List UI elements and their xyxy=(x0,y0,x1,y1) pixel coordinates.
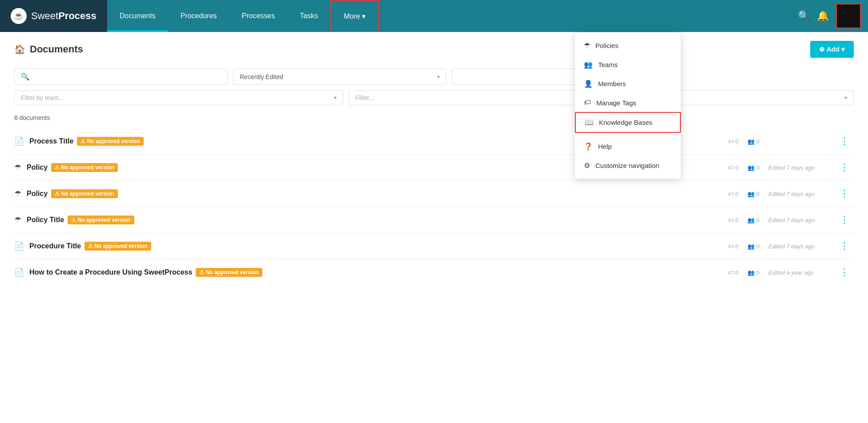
doc-name[interactable]: Policy xyxy=(27,164,48,172)
page-title-row: 🏠 Documents xyxy=(14,44,83,55)
sort-dropdown[interactable]: Recently Edited ▾ xyxy=(233,68,446,85)
status-badge: ⚠ No approved version xyxy=(196,268,262,277)
doc-meta: 🏷 0 👥 0 Edited 7 days ago xyxy=(728,191,831,197)
doc-type-icon: 📄 xyxy=(14,136,24,146)
table-row: ☂ Policy ⚠ No approved version 🏷 0 👥 0 E… xyxy=(14,155,854,181)
nav-links: Documents Procedures Processes Tasks Mor… xyxy=(107,0,791,32)
doc-edited: Edited 7 days ago xyxy=(768,191,831,197)
dropdown-item-manage-tags[interactable]: 🏷 Manage Tags xyxy=(575,93,681,112)
dropdown-item-teams[interactable]: 👥 Teams xyxy=(575,55,681,74)
tag-count: 🏷 0 xyxy=(728,191,739,197)
brand-name: SweetProcess xyxy=(31,10,96,22)
tag-count: 🏷 0 xyxy=(728,138,739,145)
knowledge-bases-icon: 📖 xyxy=(585,118,594,127)
member-count: 👥 0 xyxy=(747,243,760,250)
doc-edited: Edited 7 days ago xyxy=(768,243,831,250)
tag-count: 🏷 0 xyxy=(728,164,739,171)
tag-icon: 🏷 xyxy=(728,269,734,276)
doc-meta: 🏷 0 👥 0 Edited 7 days ago xyxy=(728,217,831,223)
more-dropdown-menu: ☂ Policies 👥 Teams 👤 Members 🏷 Manage Ta… xyxy=(575,32,681,179)
document-list: 📄 Process Title ⚠ No approved version 🏷 … xyxy=(14,128,854,285)
doc-more-button[interactable]: ⋮ xyxy=(836,240,854,252)
member-icon: 👥 xyxy=(747,243,755,250)
dropdown-item-members[interactable]: 👤 Members xyxy=(575,74,681,93)
doc-name[interactable]: Procedure Title xyxy=(29,242,81,250)
doc-edited: Edited 7 days ago xyxy=(768,217,831,223)
navbar: ☕ SweetProcess Documents Procedures Proc… xyxy=(0,0,868,32)
dropdown-item-help[interactable]: ❓ Help xyxy=(575,137,681,156)
doc-more-button[interactable]: ⋮ xyxy=(836,267,854,278)
dropdown-item-knowledge-bases[interactable]: 📖 Knowledge Bases xyxy=(575,112,681,133)
doc-type-icon: ☂ xyxy=(14,163,21,172)
nav-item-documents[interactable]: Documents xyxy=(107,0,168,32)
doc-more-button[interactable]: ⋮ xyxy=(836,162,854,173)
doc-meta: 🏷 0 👥 0 Edited a year ago xyxy=(728,269,831,276)
doc-name[interactable]: Policy xyxy=(27,190,48,198)
dropdown-item-customize-navigation[interactable]: ⚙ Customize navigation xyxy=(575,156,681,175)
table-row: 📄 Process Title ⚠ No approved version 🏷 … xyxy=(14,128,854,155)
avatar[interactable] xyxy=(836,4,861,28)
policies-icon: ☂ xyxy=(584,41,590,50)
doc-name[interactable]: Policy Title xyxy=(27,216,64,224)
doc-edited: Edited a year ago xyxy=(768,269,831,276)
status-badge: ⚠ No approved version xyxy=(51,163,118,172)
teams-icon: 👥 xyxy=(584,60,593,69)
tag-count: 🏷 0 xyxy=(728,217,739,223)
search-icon: 🔍 xyxy=(21,72,30,81)
brand[interactable]: ☕ SweetProcess xyxy=(0,0,107,32)
member-count: 👥 0 xyxy=(747,217,760,223)
notifications-button[interactable]: 🔔 xyxy=(817,10,829,22)
nav-item-processes[interactable]: Processes xyxy=(229,0,288,32)
member-count: 👥 0 xyxy=(747,191,760,197)
status-badge: ⚠ No approved version xyxy=(84,242,151,251)
tag-count: 🏷 0 xyxy=(728,243,739,250)
doc-type-icon: ☂ xyxy=(14,189,21,199)
tag-icon: 🏷 xyxy=(728,164,734,171)
doc-more-button[interactable]: ⋮ xyxy=(836,214,854,226)
filter-tag-arrow-icon: ▾ xyxy=(844,95,847,101)
documents-page-icon: 🏠 xyxy=(14,44,25,55)
doc-more-button[interactable]: ⋮ xyxy=(836,188,854,200)
table-row: ☂ Policy Title ⚠ No approved version 🏷 0… xyxy=(14,207,854,233)
tag-count: 🏷 0 xyxy=(728,269,739,276)
doc-more-button[interactable]: ⋮ xyxy=(836,136,854,147)
dropdown-item-policies[interactable]: ☂ Policies xyxy=(575,36,681,55)
status-badge: ⚠ No approved version xyxy=(77,137,144,146)
add-button[interactable]: ⊕ Add ▾ xyxy=(810,41,854,58)
member-icon: 👥 xyxy=(747,164,755,171)
customize-nav-icon: ⚙ xyxy=(584,161,590,170)
doc-meta: 🏷 0 👥 0 Edited 7 days ago xyxy=(728,164,831,171)
filter-team-arrow-icon: ▾ xyxy=(334,95,337,101)
search-input[interactable] xyxy=(33,73,221,80)
doc-title-area: 📄 Procedure Title ⚠ No approved version xyxy=(14,241,723,251)
sort-dropdown-arrow-icon: ▾ xyxy=(437,74,440,80)
member-count: 👥 0 xyxy=(747,269,760,276)
page-title: Documents xyxy=(30,44,83,55)
brand-logo-icon: ☕ xyxy=(11,8,27,24)
filters-row-2: Filter by team... ▾ Filter... ▾ xyxy=(14,90,854,105)
doc-type-icon: 📄 xyxy=(14,241,24,251)
doc-meta: 🏷 0 👥 0 xyxy=(728,138,831,145)
tag-icon: 🏷 xyxy=(728,191,734,197)
doc-title-area: ☂ Policy Title ⚠ No approved version xyxy=(14,215,723,225)
search-button[interactable]: 🔍 xyxy=(798,10,810,22)
table-row: 📄 Procedure Title ⚠ No approved version … xyxy=(14,233,854,259)
doc-title-area: ☂ Policy ⚠ No approved version xyxy=(14,189,723,199)
filter-team-dropdown[interactable]: Filter by team... ▾ xyxy=(14,90,343,105)
doc-type-icon: ☂ xyxy=(14,215,21,225)
doc-count: 6 documents xyxy=(14,114,854,121)
status-badge: ⚠ No approved version xyxy=(68,215,134,224)
tag-icon: 🏷 xyxy=(728,138,734,145)
dropdown-divider xyxy=(575,135,681,135)
doc-name[interactable]: Process Title xyxy=(29,137,73,145)
nav-item-tasks[interactable]: Tasks xyxy=(287,0,330,32)
tag-icon: 🏷 xyxy=(728,217,734,223)
member-count: 👥 0 xyxy=(747,138,760,145)
doc-name[interactable]: How to Create a Procedure Using SweetPro… xyxy=(29,268,192,276)
help-icon: ❓ xyxy=(584,142,593,151)
member-count: 👥 0 xyxy=(747,164,760,171)
nav-item-more[interactable]: More ▾ xyxy=(330,0,379,32)
member-icon: 👥 xyxy=(747,138,755,145)
search-box[interactable]: 🔍 xyxy=(14,68,228,85)
nav-item-procedures[interactable]: Procedures xyxy=(168,0,229,32)
